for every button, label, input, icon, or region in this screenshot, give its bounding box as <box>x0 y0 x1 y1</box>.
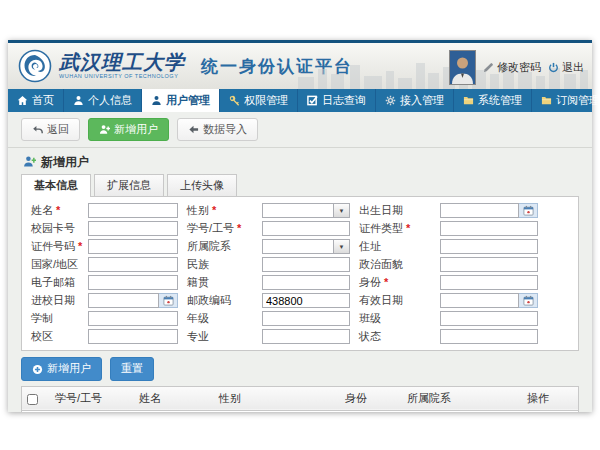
nav-tab-access-management[interactable]: 接入管理 <box>376 89 454 112</box>
field-input-id-number[interactable] <box>88 239 178 254</box>
reset-button-label: 重置 <box>121 361 143 376</box>
dropdown-arrow-icon[interactable]: ▼ <box>334 239 350 254</box>
field-input-id-type[interactable] <box>440 221 538 236</box>
nav-tab-subscription-management[interactable]: 订阅管理 <box>532 89 600 112</box>
back-button[interactable]: 返回 <box>21 118 80 141</box>
tab-basic-info[interactable]: 基本信息 <box>21 174 91 197</box>
nav-tab-user-management[interactable]: 用户管理 <box>142 89 220 112</box>
university-title-block: 武汉理工大学 WUHAN UNIVERSITY OF TECHNOLOGY <box>59 52 185 80</box>
field-label-class: 班级 <box>359 311 431 326</box>
column-header-department: 所属院系 <box>402 386 522 410</box>
field-input-country-region[interactable] <box>88 257 178 272</box>
tab-upload-avatar[interactable]: 上传头像 <box>167 174 237 196</box>
field-input-campus[interactable] <box>88 329 178 344</box>
field-label-country-region: 国家/地区 <box>31 257 79 272</box>
field-input-enrollment-date[interactable] <box>88 293 159 308</box>
logout-link[interactable]: 退出 <box>548 60 584 75</box>
nav-tab-profile[interactable]: 个人信息 <box>64 89 142 112</box>
required-asterisk: * <box>384 276 388 288</box>
add-user-section-icon <box>23 155 36 171</box>
change-password-link[interactable]: 修改密码 <box>483 60 541 75</box>
field-input-grade[interactable] <box>262 311 350 326</box>
empty-row-cell <box>22 410 579 412</box>
field-input-birth-date[interactable] <box>440 203 519 218</box>
field-input-email[interactable] <box>88 275 178 290</box>
field-input-campus-card-no[interactable] <box>88 221 178 236</box>
field-input-ethnicity[interactable] <box>262 257 350 272</box>
tab-extended-info[interactable]: 扩展信息 <box>94 174 164 196</box>
nav-tab-home[interactable]: 首页 <box>8 89 64 112</box>
field-label-id-number: 证件号码* <box>31 239 79 254</box>
field-input-native-place[interactable] <box>262 275 350 290</box>
field-label-department: 所属院系 <box>187 239 253 254</box>
required-asterisk: * <box>56 204 60 216</box>
required-asterisk: * <box>212 204 216 216</box>
nav-tab-label: 日志查询 <box>322 93 366 108</box>
column-header-identity: 身份 <box>340 386 402 410</box>
required-asterisk: * <box>78 240 82 252</box>
field-input-valid-date[interactable] <box>440 293 519 308</box>
field-input-department[interactable] <box>262 239 334 254</box>
field-campus-card-no <box>88 221 178 236</box>
field-label-birth-date: 出生日期 <box>359 203 431 218</box>
university-name: 武汉理工大学 <box>59 52 185 72</box>
add-user-toolbar-button[interactable]: 新增用户 <box>88 118 169 141</box>
field-label-schooling-length: 学制 <box>31 311 79 326</box>
app-window: 武汉理工大学 WUHAN UNIVERSITY OF TECHNOLOGY 统一… <box>8 40 592 412</box>
field-input-identity[interactable] <box>440 275 538 290</box>
field-input-postal-code[interactable] <box>262 293 350 308</box>
platform-title: 统一身份认证平台 <box>201 55 353 78</box>
field-label-native-place: 籍贯 <box>187 275 253 290</box>
field-political-status <box>440 257 538 272</box>
back-arrow-icon <box>32 124 43 135</box>
field-postal-code <box>262 293 350 308</box>
field-input-political-status[interactable] <box>440 257 538 272</box>
field-label-identity: 身份* <box>359 275 431 290</box>
import-arrow-icon <box>188 124 199 135</box>
data-import-button[interactable]: 数据导入 <box>177 118 258 141</box>
pencil-icon <box>483 62 494 73</box>
nav-tab-log-query[interactable]: 日志查询 <box>298 89 376 112</box>
required-asterisk: * <box>237 222 241 234</box>
log-icon <box>307 95 318 106</box>
reset-button[interactable]: 重置 <box>110 357 154 380</box>
field-input-class[interactable] <box>440 311 538 326</box>
power-icon <box>548 62 559 73</box>
dropdown-arrow-icon[interactable]: ▼ <box>334 203 350 218</box>
field-campus <box>88 329 178 344</box>
required-asterisk: * <box>406 222 410 234</box>
field-department: ▼ <box>262 239 350 254</box>
nav-tab-system-management[interactable]: 系统管理 <box>454 89 532 112</box>
calendar-icon[interactable] <box>519 203 538 218</box>
table-header-row: 学号/工号姓名性别身份所属院系操作 <box>22 386 579 410</box>
field-input-address[interactable] <box>440 239 538 254</box>
main-nav: 首页个人信息用户管理权限管理日志查询接入管理系统管理订阅管理 <box>8 89 592 112</box>
calendar-icon[interactable] <box>519 293 538 308</box>
field-input-status[interactable] <box>440 329 538 344</box>
field-label-ethnicity: 民族 <box>187 257 253 272</box>
empty-table-row <box>22 410 579 412</box>
user-list-table: 学号/工号姓名性别身份所属院系操作 <box>21 386 579 412</box>
field-input-schooling-length[interactable] <box>88 311 178 326</box>
nav-tab-label: 首页 <box>32 93 54 108</box>
form-actions: 新增用户 重置 <box>21 357 579 380</box>
submit-add-user-label: 新增用户 <box>47 361 91 376</box>
field-major <box>262 329 350 344</box>
select-all-checkbox[interactable] <box>27 394 38 405</box>
submit-add-user-button[interactable]: 新增用户 <box>21 357 102 380</box>
field-name <box>88 203 178 218</box>
field-label-email: 电子邮箱 <box>31 275 79 290</box>
section-header: 新增用户 <box>21 150 579 174</box>
field-input-student-id[interactable] <box>262 221 350 236</box>
field-input-major[interactable] <box>262 329 350 344</box>
field-student-id <box>262 221 350 236</box>
field-input-gender[interactable] <box>262 203 334 218</box>
field-input-name[interactable] <box>88 203 178 218</box>
gear-icon <box>385 95 396 106</box>
change-password-label: 修改密码 <box>497 60 541 75</box>
field-label-id-type: 证件类型* <box>359 221 431 236</box>
form-grid: 姓名*性别*▼出生日期校园卡号学号/工号*证件类型*证件号码*所属院系▼住址国家… <box>31 203 569 344</box>
user-icon <box>151 95 162 106</box>
calendar-icon[interactable] <box>159 293 178 308</box>
nav-tab-permission-management[interactable]: 权限管理 <box>220 89 298 112</box>
